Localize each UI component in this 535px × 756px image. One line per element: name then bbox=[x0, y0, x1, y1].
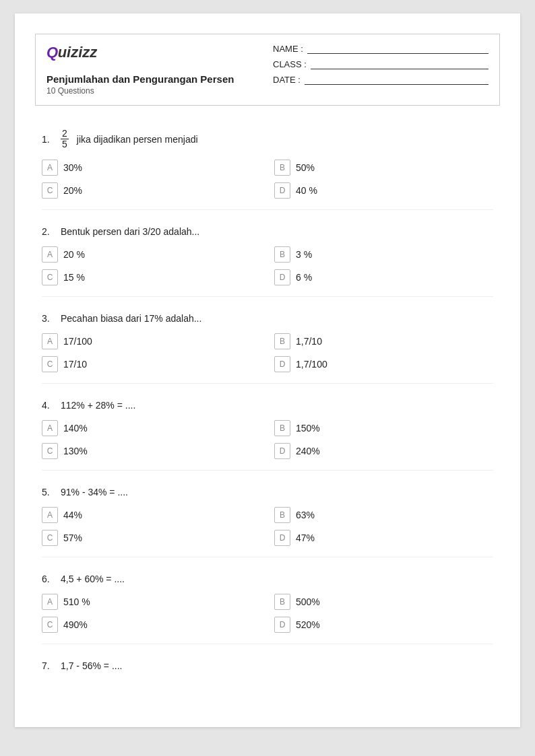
option-value: 6 % bbox=[296, 272, 312, 283]
quiz-title: Penjumlahan dan Pengurangan Persen bbox=[46, 73, 234, 85]
option-b[interactable]: B3 % bbox=[274, 246, 493, 263]
option-a[interactable]: A17/100 bbox=[42, 333, 261, 349]
name-field-row: NAME : bbox=[273, 44, 489, 54]
option-d[interactable]: D1,7/100 bbox=[274, 356, 493, 372]
question-6: 6.4,5 + 60% = ....A510 %B500%C490%D520% bbox=[42, 574, 493, 633]
option-b[interactable]: B150% bbox=[274, 420, 493, 436]
question-body: Pecahan biasa dari 17% adalah... bbox=[61, 313, 201, 324]
option-value: 20% bbox=[63, 185, 82, 196]
question-number: 1. bbox=[42, 134, 55, 145]
option-label: C bbox=[42, 269, 58, 285]
option-c[interactable]: C490% bbox=[42, 617, 261, 633]
option-value: 15 % bbox=[63, 272, 85, 283]
header-right: NAME : CLASS : DATE : bbox=[273, 44, 489, 85]
options-grid: A20 %B3 %C15 %D6 % bbox=[42, 246, 493, 285]
name-line bbox=[307, 44, 489, 54]
option-value: 44% bbox=[63, 510, 82, 520]
question-text-7: 7.1,7 - 56% = .... bbox=[42, 660, 493, 671]
option-value: 1,7/10 bbox=[296, 336, 322, 347]
option-label: C bbox=[42, 530, 58, 546]
question-body: 91% - 34% = .... bbox=[61, 487, 128, 497]
option-a[interactable]: A30% bbox=[42, 160, 261, 176]
option-a[interactable]: A44% bbox=[42, 507, 261, 523]
options-grid: A44%B63%C57%D47% bbox=[42, 507, 493, 546]
option-d[interactable]: D40 % bbox=[274, 182, 493, 199]
option-a[interactable]: A510 % bbox=[42, 594, 261, 610]
options-grid: A140%B150%C130%D240% bbox=[42, 420, 493, 459]
option-label: D bbox=[274, 182, 290, 199]
option-value: 1,7/100 bbox=[296, 359, 327, 370]
option-label: C bbox=[42, 182, 58, 199]
option-value: 130% bbox=[63, 446, 88, 456]
option-c[interactable]: C17/10 bbox=[42, 356, 261, 372]
content: 1.25jika dijadikan persen menjadiA30%B50… bbox=[15, 106, 520, 671]
option-d[interactable]: D6 % bbox=[274, 269, 493, 285]
question-divider bbox=[42, 296, 493, 297]
option-value: 57% bbox=[63, 532, 82, 543]
option-label: D bbox=[274, 443, 290, 459]
denominator: 5 bbox=[61, 139, 69, 149]
question-text-3: 3.Pecahan biasa dari 17% adalah... bbox=[42, 313, 493, 324]
question-text-4: 4.112% + 28% = .... bbox=[42, 400, 493, 411]
option-label: B bbox=[274, 333, 290, 349]
option-label: A bbox=[42, 246, 58, 263]
option-label: C bbox=[42, 443, 58, 459]
option-b[interactable]: B50% bbox=[274, 160, 493, 176]
option-value: 63% bbox=[296, 510, 315, 520]
option-b[interactable]: B63% bbox=[274, 507, 493, 523]
question-body: jika dijadikan persen menjadi bbox=[77, 134, 198, 145]
page: Q uizizz Penjumlahan dan Pengurangan Per… bbox=[15, 13, 520, 727]
option-c[interactable]: C15 % bbox=[42, 269, 261, 285]
option-value: 17/100 bbox=[63, 336, 92, 347]
header-left: Q uizizz Penjumlahan dan Pengurangan Per… bbox=[46, 44, 234, 96]
option-value: 50% bbox=[296, 162, 315, 173]
option-value: 3 % bbox=[296, 249, 312, 260]
date-line bbox=[305, 75, 489, 85]
option-value: 240% bbox=[296, 446, 320, 456]
class-field-row: CLASS : bbox=[273, 59, 489, 69]
option-value: 520% bbox=[296, 619, 320, 630]
class-label: CLASS : bbox=[273, 59, 307, 69]
option-value: 150% bbox=[296, 423, 320, 434]
option-b[interactable]: B1,7/10 bbox=[274, 333, 493, 349]
option-label: B bbox=[274, 420, 290, 436]
options-grid: A30%B50%C20%D40 % bbox=[42, 160, 493, 199]
option-value: 140% bbox=[63, 423, 88, 434]
question-1: 1.25jika dijadikan persen menjadiA30%B50… bbox=[42, 129, 493, 199]
option-label: A bbox=[42, 420, 58, 436]
option-label: A bbox=[42, 507, 58, 523]
option-label: A bbox=[42, 160, 58, 176]
option-label: B bbox=[274, 246, 290, 263]
option-d[interactable]: D47% bbox=[274, 530, 493, 546]
option-value: 47% bbox=[296, 532, 315, 543]
question-divider bbox=[42, 209, 493, 210]
question-text-6: 6.4,5 + 60% = .... bbox=[42, 574, 493, 584]
option-c[interactable]: C20% bbox=[42, 182, 261, 199]
question-7: 7.1,7 - 56% = .... bbox=[42, 660, 493, 671]
options-grid: A510 %B500%C490%D520% bbox=[42, 594, 493, 633]
option-label: D bbox=[274, 530, 290, 546]
option-d[interactable]: D240% bbox=[274, 443, 493, 459]
option-a[interactable]: A140% bbox=[42, 420, 261, 436]
option-c[interactable]: C130% bbox=[42, 443, 261, 459]
question-text-5: 5.91% - 34% = .... bbox=[42, 487, 493, 497]
question-number: 6. bbox=[42, 574, 55, 584]
option-label: A bbox=[42, 333, 58, 349]
question-number: 3. bbox=[42, 313, 55, 324]
options-grid: A17/100B1,7/10C17/10D1,7/100 bbox=[42, 333, 493, 372]
option-b[interactable]: B500% bbox=[274, 594, 493, 610]
option-label: B bbox=[274, 507, 290, 523]
option-label: D bbox=[274, 617, 290, 633]
question-divider bbox=[42, 470, 493, 471]
option-value: 490% bbox=[63, 619, 88, 630]
question-2: 2.Bentuk persen dari 3/20 adalah...A20 %… bbox=[42, 226, 493, 285]
option-d[interactable]: D520% bbox=[274, 617, 493, 633]
date-label: DATE : bbox=[273, 75, 301, 85]
question-3: 3.Pecahan biasa dari 17% adalah...A17/10… bbox=[42, 313, 493, 372]
question-number: 5. bbox=[42, 487, 55, 497]
option-c[interactable]: C57% bbox=[42, 530, 261, 546]
class-line bbox=[311, 60, 489, 69]
option-label: D bbox=[274, 356, 290, 372]
question-body: 1,7 - 56% = .... bbox=[61, 660, 122, 671]
option-a[interactable]: A20 % bbox=[42, 246, 261, 263]
